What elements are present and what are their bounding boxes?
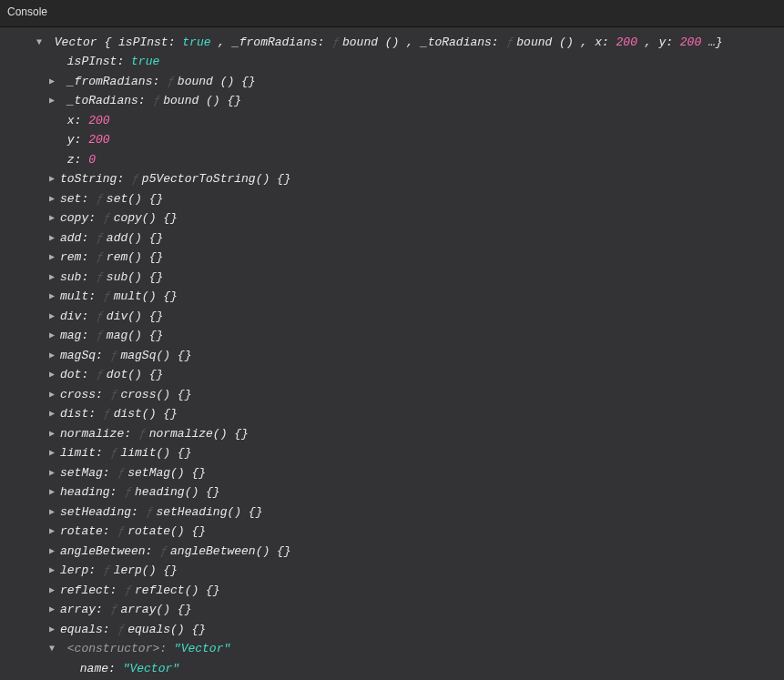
prop-fromRadians[interactable]: ▶ _fromRadians: ƒbound () {} (36, 72, 775, 92)
chevron-right-icon[interactable]: ▶ (49, 248, 60, 268)
prop-z[interactable]: z: 0 (36, 150, 775, 170)
prop-value: "Vector" (174, 642, 230, 655)
chevron-right-icon[interactable]: ▶ (49, 307, 60, 327)
method-value: array() {} (120, 603, 191, 616)
method-key: copy: (60, 211, 96, 225)
prop-toRadians[interactable]: ▶ _toRadians: ƒbound () {} (36, 91, 775, 111)
chevron-right-icon[interactable]: ▶ (49, 228, 60, 249)
prop-value: bound () {} (178, 75, 256, 88)
method-key: normalize: (60, 427, 131, 441)
function-icon: ƒ (96, 368, 107, 381)
function-icon: ƒ (103, 407, 114, 421)
function-icon: ƒ (117, 466, 127, 480)
method-value: limit() {} (120, 446, 191, 460)
method-row[interactable]: ▶reflect: ƒreflect() {} (36, 581, 775, 601)
chevron-right-icon[interactable]: ▶ (49, 522, 60, 542)
chevron-right-icon[interactable]: ▶ (49, 72, 60, 92)
prop-y[interactable]: y: 200 (36, 130, 775, 150)
prop-key: isPInst: (67, 55, 124, 68)
chevron-right-icon[interactable]: ▶ (49, 208, 60, 228)
chevron-down-icon[interactable]: ▼ (49, 639, 60, 659)
chevron-right-icon[interactable]: ▶ (49, 326, 60, 346)
method-row[interactable]: ▶mult: ƒmult() {} (36, 287, 775, 307)
chevron-right-icon[interactable]: ▶ (49, 346, 60, 366)
method-key: rem: (60, 250, 88, 264)
method-row[interactable]: ▶lerp: ƒlerp() {} (36, 561, 775, 581)
chevron-right-icon[interactable]: ▶ (49, 443, 60, 463)
function-icon: ƒ (96, 192, 107, 206)
prop-constructor-name[interactable]: name: "Vector" (36, 659, 775, 679)
chevron-right-icon[interactable]: ▶ (49, 169, 60, 189)
chevron-right-icon[interactable]: ▶ (49, 502, 60, 523)
method-value: add() {} (107, 231, 163, 245)
method-row[interactable]: ▶angleBetween: ƒangleBetween() {} (36, 542, 775, 562)
method-value: setHeading() {} (156, 505, 262, 519)
method-row[interactable]: ▶toString: ƒp5VectorToString() {} (36, 169, 775, 189)
method-row[interactable]: ▶magSq: ƒmagSq() {} (36, 346, 775, 366)
function-icon: ƒ (167, 75, 178, 88)
prop-value: true (131, 55, 159, 68)
chevron-right-icon[interactable]: ▶ (49, 561, 60, 581)
chevron-right-icon[interactable]: ▶ (49, 600, 60, 620)
method-value: reflect() {} (135, 584, 220, 597)
chevron-down-icon[interactable]: ▼ (36, 33, 47, 53)
console-title: Console (0, 0, 784, 27)
method-row[interactable]: ▶div: ƒdiv() {} (36, 307, 775, 327)
function-icon: ƒ (110, 603, 121, 616)
chevron-right-icon[interactable]: ▶ (49, 91, 60, 111)
method-value: rotate() {} (127, 524, 206, 538)
chevron-right-icon[interactable]: ▶ (49, 287, 60, 307)
method-row[interactable]: ▶setMag: ƒsetMag() {} (36, 463, 775, 483)
method-value: magSq() {} (120, 349, 191, 362)
chevron-right-icon[interactable]: ▶ (49, 385, 60, 405)
method-value: dot() {} (107, 368, 163, 381)
method-value: mult() {} (114, 289, 178, 303)
function-icon: ƒ (124, 485, 135, 499)
method-row[interactable]: ▶dot: ƒdot() {} (36, 365, 775, 385)
prop-value: bound () {} (163, 94, 241, 107)
prop-key: <constructor>: (67, 642, 167, 655)
chevron-right-icon[interactable]: ▶ (49, 365, 60, 385)
method-value: sub() {} (107, 270, 163, 284)
function-icon: ƒ (96, 329, 107, 342)
function-icon: ƒ (505, 36, 516, 49)
method-row[interactable]: ▶rotate: ƒrotate() {} (36, 522, 775, 542)
chevron-right-icon[interactable]: ▶ (49, 463, 60, 483)
prop-key: x: (67, 114, 82, 127)
chevron-right-icon[interactable]: ▶ (49, 482, 60, 502)
method-row[interactable]: ▶rem: ƒrem() {} (36, 248, 775, 268)
method-key: setMag: (60, 466, 110, 480)
function-icon: ƒ (131, 172, 142, 186)
chevron-right-icon[interactable]: ▶ (49, 404, 60, 424)
method-key: limit: (60, 446, 103, 460)
method-row[interactable]: ▶cross: ƒcross() {} (36, 385, 775, 405)
prop-key: z: (67, 153, 82, 167)
chevron-right-icon[interactable]: ▶ (49, 268, 60, 288)
method-row[interactable]: ▶array: ƒarray() {} (36, 600, 775, 620)
method-row[interactable]: ▶sub: ƒsub() {} (36, 268, 775, 288)
method-key: setHeading: (60, 505, 138, 519)
function-icon: ƒ (110, 446, 121, 460)
method-row[interactable]: ▶copy: ƒcopy() {} (36, 208, 775, 228)
chevron-right-icon[interactable]: ▶ (49, 542, 60, 562)
prop-isPInst[interactable]: isPInst: true (36, 52, 775, 72)
method-row[interactable]: ▶setHeading: ƒsetHeading() {} (36, 502, 775, 523)
chevron-right-icon[interactable]: ▶ (49, 424, 60, 444)
method-value: equals() {} (127, 623, 206, 636)
method-row[interactable]: ▶heading: ƒheading() {} (36, 482, 775, 502)
method-row[interactable]: ▶normalize: ƒnormalize() {} (36, 424, 775, 444)
prop-constructor[interactable]: ▼ <constructor>: "Vector" (36, 639, 775, 659)
method-row[interactable]: ▶dist: ƒdist() {} (36, 404, 775, 424)
method-value: mag() {} (107, 329, 163, 342)
method-row[interactable]: ▶set: ƒset() {} (36, 189, 775, 209)
chevron-right-icon[interactable]: ▶ (49, 581, 60, 601)
chevron-right-icon[interactable]: ▶ (49, 189, 60, 209)
object-header[interactable]: ▼ Vector { isPInst: true , _fromRadians:… (36, 33, 775, 53)
method-row[interactable]: ▶mag: ƒmag() {} (36, 326, 775, 346)
prop-value: 200 (88, 114, 109, 127)
method-row[interactable]: ▶limit: ƒlimit() {} (36, 443, 775, 463)
method-row[interactable]: ▶equals: ƒequals() {} (36, 620, 775, 640)
chevron-right-icon[interactable]: ▶ (49, 620, 60, 640)
method-row[interactable]: ▶add: ƒadd() {} (36, 228, 775, 249)
prop-x[interactable]: x: 200 (36, 111, 775, 131)
